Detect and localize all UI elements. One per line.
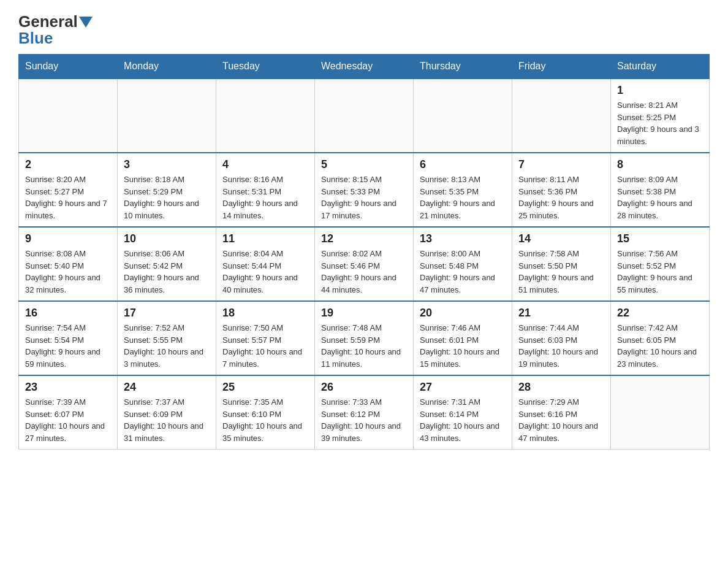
calendar-day-cell: 1Sunrise: 8:21 AM Sunset: 5:25 PM Daylig… xyxy=(611,79,710,153)
day-number: 24 xyxy=(124,381,210,394)
calendar-day-cell: 24Sunrise: 7:37 AM Sunset: 6:09 PM Dayli… xyxy=(118,375,216,450)
calendar-day-cell: 25Sunrise: 7:35 AM Sunset: 6:10 PM Dayli… xyxy=(216,375,315,450)
day-info: Sunrise: 7:50 AM Sunset: 5:57 PM Dayligh… xyxy=(222,322,308,370)
calendar-day-cell: 15Sunrise: 7:56 AM Sunset: 5:52 PM Dayli… xyxy=(611,227,710,301)
calendar-header-friday: Friday xyxy=(512,55,611,79)
calendar-day-cell xyxy=(216,79,315,153)
calendar-header-sunday: Sunday xyxy=(19,55,118,79)
day-number: 6 xyxy=(420,158,506,171)
day-number: 14 xyxy=(518,232,604,245)
day-info: Sunrise: 8:21 AM Sunset: 5:25 PM Dayligh… xyxy=(617,99,703,147)
calendar-day-cell: 21Sunrise: 7:44 AM Sunset: 6:03 PM Dayli… xyxy=(512,301,611,375)
day-number: 12 xyxy=(321,232,407,245)
day-info: Sunrise: 7:31 AM Sunset: 6:14 PM Dayligh… xyxy=(420,396,506,444)
page-header: General Blue xyxy=(18,12,710,48)
logo-area: General Blue xyxy=(18,12,94,48)
day-number: 2 xyxy=(25,158,111,171)
day-number: 23 xyxy=(25,381,111,394)
calendar-day-cell: 28Sunrise: 7:29 AM Sunset: 6:16 PM Dayli… xyxy=(512,375,611,450)
day-number: 26 xyxy=(321,381,407,394)
day-info: Sunrise: 7:58 AM Sunset: 5:50 PM Dayligh… xyxy=(518,248,604,296)
calendar-day-cell: 16Sunrise: 7:54 AM Sunset: 5:54 PM Dayli… xyxy=(19,301,118,375)
logo-blue-label: Blue xyxy=(18,29,53,48)
day-number: 7 xyxy=(518,158,604,171)
calendar-day-cell xyxy=(118,79,216,153)
day-number: 8 xyxy=(617,158,703,171)
calendar-header-saturday: Saturday xyxy=(611,55,710,79)
day-number: 22 xyxy=(617,307,703,320)
day-number: 5 xyxy=(321,158,407,171)
calendar-day-cell: 3Sunrise: 8:18 AM Sunset: 5:29 PM Daylig… xyxy=(118,153,216,227)
day-info: Sunrise: 8:02 AM Sunset: 5:46 PM Dayligh… xyxy=(321,248,407,296)
calendar-header-tuesday: Tuesday xyxy=(216,55,315,79)
calendar-day-cell: 5Sunrise: 8:15 AM Sunset: 5:33 PM Daylig… xyxy=(315,153,414,227)
day-number: 3 xyxy=(124,158,210,171)
calendar-day-cell xyxy=(512,79,611,153)
calendar-day-cell xyxy=(611,375,710,450)
calendar-day-cell: 8Sunrise: 8:09 AM Sunset: 5:38 PM Daylig… xyxy=(611,153,710,227)
day-info: Sunrise: 7:35 AM Sunset: 6:10 PM Dayligh… xyxy=(222,396,308,444)
day-info: Sunrise: 7:37 AM Sunset: 6:09 PM Dayligh… xyxy=(124,396,210,444)
day-info: Sunrise: 8:11 AM Sunset: 5:36 PM Dayligh… xyxy=(518,174,604,221)
day-number: 19 xyxy=(321,307,407,320)
day-number: 17 xyxy=(124,307,210,320)
day-info: Sunrise: 7:39 AM Sunset: 6:07 PM Dayligh… xyxy=(25,396,111,444)
day-number: 16 xyxy=(25,307,111,320)
day-info: Sunrise: 7:29 AM Sunset: 6:16 PM Dayligh… xyxy=(518,396,604,444)
calendar-day-cell: 11Sunrise: 8:04 AM Sunset: 5:44 PM Dayli… xyxy=(216,227,315,301)
calendar-day-cell: 4Sunrise: 8:16 AM Sunset: 5:31 PM Daylig… xyxy=(216,153,315,227)
day-info: Sunrise: 8:09 AM Sunset: 5:38 PM Dayligh… xyxy=(617,174,703,221)
calendar-day-cell xyxy=(19,79,118,153)
calendar-header-thursday: Thursday xyxy=(414,55,512,79)
day-number: 15 xyxy=(617,232,703,245)
day-info: Sunrise: 8:18 AM Sunset: 5:29 PM Dayligh… xyxy=(124,174,210,221)
calendar-header-wednesday: Wednesday xyxy=(315,55,414,79)
calendar-week-row-4: 16Sunrise: 7:54 AM Sunset: 5:54 PM Dayli… xyxy=(19,301,710,375)
day-info: Sunrise: 7:46 AM Sunset: 6:01 PM Dayligh… xyxy=(420,322,506,370)
day-number: 11 xyxy=(222,232,308,245)
calendar-day-cell: 27Sunrise: 7:31 AM Sunset: 6:14 PM Dayli… xyxy=(414,375,512,450)
day-info: Sunrise: 8:20 AM Sunset: 5:27 PM Dayligh… xyxy=(25,174,111,221)
calendar-week-row-1: 1Sunrise: 8:21 AM Sunset: 5:25 PM Daylig… xyxy=(19,79,710,153)
calendar-week-row-3: 9Sunrise: 8:08 AM Sunset: 5:40 PM Daylig… xyxy=(19,227,710,301)
day-info: Sunrise: 8:15 AM Sunset: 5:33 PM Dayligh… xyxy=(321,174,407,221)
calendar-day-cell xyxy=(315,79,414,153)
calendar-day-cell: 9Sunrise: 8:08 AM Sunset: 5:40 PM Daylig… xyxy=(19,227,118,301)
day-info: Sunrise: 7:33 AM Sunset: 6:12 PM Dayligh… xyxy=(321,396,407,444)
day-info: Sunrise: 7:54 AM Sunset: 5:54 PM Dayligh… xyxy=(25,322,111,370)
day-number: 9 xyxy=(25,232,111,245)
day-number: 1 xyxy=(617,84,703,97)
calendar-week-row-5: 23Sunrise: 7:39 AM Sunset: 6:07 PM Dayli… xyxy=(19,375,710,450)
day-number: 28 xyxy=(518,381,604,394)
day-info: Sunrise: 7:42 AM Sunset: 6:05 PM Dayligh… xyxy=(617,322,703,370)
calendar-day-cell: 20Sunrise: 7:46 AM Sunset: 6:01 PM Dayli… xyxy=(414,301,512,375)
calendar-week-row-2: 2Sunrise: 8:20 AM Sunset: 5:27 PM Daylig… xyxy=(19,153,710,227)
day-number: 13 xyxy=(420,232,506,245)
calendar-day-cell: 10Sunrise: 8:06 AM Sunset: 5:42 PM Dayli… xyxy=(118,227,216,301)
day-info: Sunrise: 8:04 AM Sunset: 5:44 PM Dayligh… xyxy=(222,248,308,296)
calendar-day-cell: 12Sunrise: 8:02 AM Sunset: 5:46 PM Dayli… xyxy=(315,227,414,301)
day-number: 25 xyxy=(222,381,308,394)
day-info: Sunrise: 8:08 AM Sunset: 5:40 PM Dayligh… xyxy=(25,248,111,296)
calendar-day-cell: 14Sunrise: 7:58 AM Sunset: 5:50 PM Dayli… xyxy=(512,227,611,301)
calendar-day-cell: 2Sunrise: 8:20 AM Sunset: 5:27 PM Daylig… xyxy=(19,153,118,227)
day-info: Sunrise: 7:48 AM Sunset: 5:59 PM Dayligh… xyxy=(321,322,407,370)
calendar-day-cell: 23Sunrise: 7:39 AM Sunset: 6:07 PM Dayli… xyxy=(19,375,118,450)
calendar-day-cell: 26Sunrise: 7:33 AM Sunset: 6:12 PM Dayli… xyxy=(315,375,414,450)
day-info: Sunrise: 8:06 AM Sunset: 5:42 PM Dayligh… xyxy=(124,248,210,296)
day-number: 18 xyxy=(222,307,308,320)
day-number: 27 xyxy=(420,381,506,394)
calendar-day-cell: 19Sunrise: 7:48 AM Sunset: 5:59 PM Dayli… xyxy=(315,301,414,375)
day-info: Sunrise: 7:56 AM Sunset: 5:52 PM Dayligh… xyxy=(617,248,703,296)
day-number: 20 xyxy=(420,307,506,320)
day-info: Sunrise: 7:44 AM Sunset: 6:03 PM Dayligh… xyxy=(518,322,604,370)
day-info: Sunrise: 7:52 AM Sunset: 5:55 PM Dayligh… xyxy=(124,322,210,370)
calendar-day-cell xyxy=(414,79,512,153)
calendar-header-monday: Monday xyxy=(118,55,216,79)
calendar-day-cell: 18Sunrise: 7:50 AM Sunset: 5:57 PM Dayli… xyxy=(216,301,315,375)
calendar-day-cell: 17Sunrise: 7:52 AM Sunset: 5:55 PM Dayli… xyxy=(118,301,216,375)
calendar-day-cell: 7Sunrise: 8:11 AM Sunset: 5:36 PM Daylig… xyxy=(512,153,611,227)
day-number: 4 xyxy=(222,158,308,171)
logo-triangle-icon xyxy=(79,17,93,28)
calendar-day-cell: 13Sunrise: 8:00 AM Sunset: 5:48 PM Dayli… xyxy=(414,227,512,301)
